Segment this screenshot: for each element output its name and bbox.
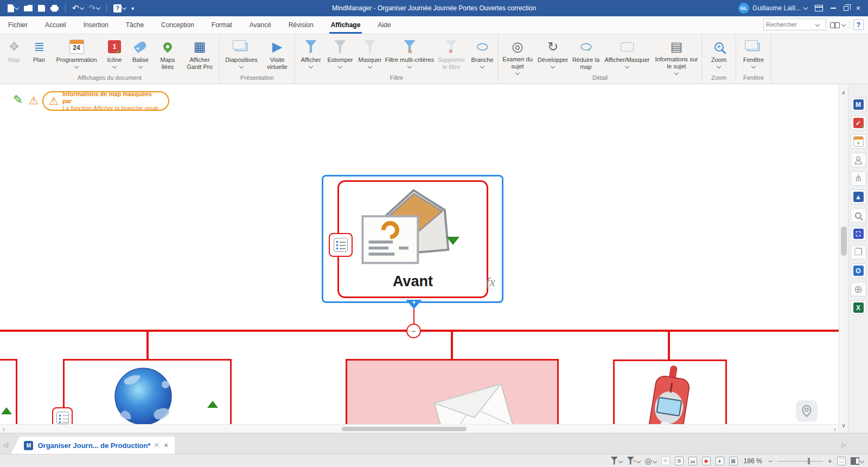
ribbon-display-options-button[interactable] (815, 5, 823, 11)
pen-check-icon[interactable]: ✎ (13, 93, 23, 107)
slides-button[interactable]: Diapositives (221, 36, 261, 74)
scroll-down-icon[interactable]: ∨ (839, 422, 848, 428)
status-power-filter-button[interactable]: ϟ (627, 457, 640, 465)
tab-fichier[interactable]: Fichier (3, 16, 33, 34)
status-filter-button[interactable] (611, 457, 622, 465)
images-pane-button[interactable]: ▲ (851, 190, 866, 204)
zoom-slider[interactable] (777, 457, 823, 465)
tab-insertion[interactable]: Insertion (79, 16, 113, 34)
subtopic-globe[interactable] (63, 359, 232, 433)
status-schedule-view-button[interactable]: 24 (688, 457, 697, 465)
search-pane-button[interactable] (851, 208, 866, 223)
tab-aide[interactable]: Aide (373, 16, 395, 34)
minimize-button[interactable] (831, 8, 836, 9)
expand-button[interactable]: ↻ Développer (535, 36, 571, 74)
topic-notes-icon[interactable] (329, 233, 353, 257)
tab-affichage[interactable]: Affichage (326, 16, 366, 34)
subtopics-indicator-icon[interactable] (207, 401, 218, 408)
zoom-button[interactable]: + Zoom (704, 36, 734, 74)
tab-avance[interactable]: Avancé (245, 16, 276, 34)
add-subtopic-handle[interactable]: + (406, 300, 422, 309)
fit-map-button[interactable]: ⛶ (837, 457, 846, 465)
float-window-icon[interactable]: ⇱ (155, 443, 159, 449)
windows-pane-button[interactable]: ❐ (851, 245, 866, 260)
resources-pane-button[interactable] (851, 153, 866, 167)
status-outline-view-button[interactable]: ≣ (675, 457, 684, 465)
customize-toolbar-button[interactable]: ▾ (131, 5, 134, 11)
status-icon-view-button[interactable]: ◆ (702, 457, 711, 465)
ribbon-help-button[interactable]: ? (853, 20, 864, 30)
document-tab[interactable]: M Organiser Journ... de Production* ⇱ × (11, 437, 175, 454)
multi-criteria-filter-button[interactable]: ϟ Filtre multi-critères (385, 36, 435, 74)
filter-hide-button[interactable]: Masquer (355, 36, 385, 74)
virtual-tour-button[interactable]: ▶ Visite virtuelle (261, 36, 293, 74)
subtopics-indicator-icon[interactable] (1, 407, 12, 414)
collapse-branch-button[interactable]: − (406, 324, 421, 338)
linked-maps-button[interactable]: Maps liées (154, 36, 182, 74)
tab-scroll-right-icon[interactable]: ▷ (842, 441, 846, 449)
horizontal-scrollbar-thumb[interactable] (342, 427, 467, 431)
scroll-up-icon[interactable]: ∧ (839, 90, 848, 96)
status-tag-view-button[interactable]: ⬧ (716, 457, 724, 465)
warning-triangle-icon[interactable]: ⚠ (29, 94, 39, 107)
window-button[interactable]: Fenêtre (738, 36, 769, 74)
vertical-scrollbar[interactable]: ∧ ∨ (839, 84, 848, 433)
help-button[interactable]: ? (113, 4, 126, 12)
icon-view-button[interactable]: 1● Icône (101, 36, 127, 74)
account-menu[interactable]: GL Guillaume Laill... (738, 3, 807, 14)
zoom-slider-knob[interactable] (808, 458, 810, 464)
snapshot-pane-button[interactable]: ⛶ (851, 226, 866, 241)
subtopic-mail[interactable] (346, 359, 559, 433)
plan-view-button[interactable]: ≣ Plan (27, 36, 52, 74)
tasks-pane-button[interactable]: ＋ (851, 134, 866, 149)
print-button[interactable] (50, 5, 59, 12)
folder-pane-button[interactable]: M (851, 97, 866, 112)
scroll-right-icon[interactable]: › (831, 426, 839, 432)
map-info-hidden-alert[interactable]: ⚠ Informations de map masquées par La fo… (42, 91, 169, 111)
redo-button[interactable]: ↷ (89, 4, 100, 12)
filter-show-button[interactable]: Afficher (297, 36, 325, 74)
tab-tache[interactable]: Tâche (121, 16, 149, 34)
status-topic-review-button[interactable]: ◎ (645, 456, 656, 466)
topic-review-button[interactable]: ◎ Examen du sujet (500, 36, 535, 74)
filter-fade-button[interactable]: Estomper (325, 36, 355, 74)
tab-accueil[interactable]: Accueil (40, 16, 71, 34)
branch-filter-button[interactable]: ⬭ Branche (468, 36, 496, 74)
search-box[interactable] (763, 18, 826, 30)
web-pane-button[interactable]: ⊕ (851, 282, 866, 296)
markers-pane-button[interactable]: ✓● (851, 116, 866, 130)
excel-pane-button[interactable]: X (851, 300, 866, 315)
tab-format[interactable]: Format (207, 16, 237, 34)
tab-revision[interactable]: Révision (284, 16, 318, 34)
zoom-out-button[interactable]: − (768, 457, 773, 465)
show-hide-button[interactable]: Afficher/Masquer (601, 36, 653, 74)
horizontal-scrollbar[interactable]: ‹ › (0, 424, 839, 433)
status-gantt-button[interactable]: ▦ (729, 457, 738, 465)
locate-map-button[interactable] (796, 400, 818, 422)
panel-toggle-button[interactable] (851, 457, 864, 465)
tab-conception[interactable]: Conception (156, 16, 199, 34)
schedule-view-button[interactable]: 24 Programmation (52, 36, 101, 74)
map-parts-pane-button[interactable]: ⋔ (851, 171, 866, 186)
undo-button[interactable]: ↶ (72, 4, 84, 12)
subtopics-indicator-icon[interactable] (446, 237, 459, 245)
outlook-pane-button[interactable]: O (851, 263, 866, 278)
new-document-button[interactable] (8, 4, 18, 12)
topic-info-button[interactable]: ▤ Informations sur le sujet (653, 36, 700, 74)
zoom-in-button[interactable]: + (828, 457, 832, 465)
vertical-scrollbar-thumb[interactable] (841, 226, 847, 256)
tag-view-button[interactable]: Balise (127, 36, 154, 74)
restore-button[interactable] (844, 6, 848, 11)
close-button[interactable]: × (856, 4, 860, 12)
open-button[interactable] (24, 5, 33, 11)
map-canvas[interactable]: ✎ ⚠ ⚠ Informations de map masquées par L… (0, 84, 839, 433)
scroll-left-icon[interactable]: ‹ (0, 426, 8, 432)
close-tab-icon[interactable]: × (164, 441, 168, 450)
collapse-map-button[interactable]: ⬭↑ Réduire la map (571, 36, 601, 74)
tab-scroll-left-icon[interactable]: ◁ (0, 441, 11, 454)
save-button[interactable] (38, 5, 45, 12)
gantt-pro-button[interactable]: ▦ Afficher Gantt Pro (182, 36, 218, 74)
find-button[interactable] (830, 21, 845, 28)
subtopic-phone[interactable] (613, 359, 727, 433)
search-input[interactable] (766, 21, 816, 28)
